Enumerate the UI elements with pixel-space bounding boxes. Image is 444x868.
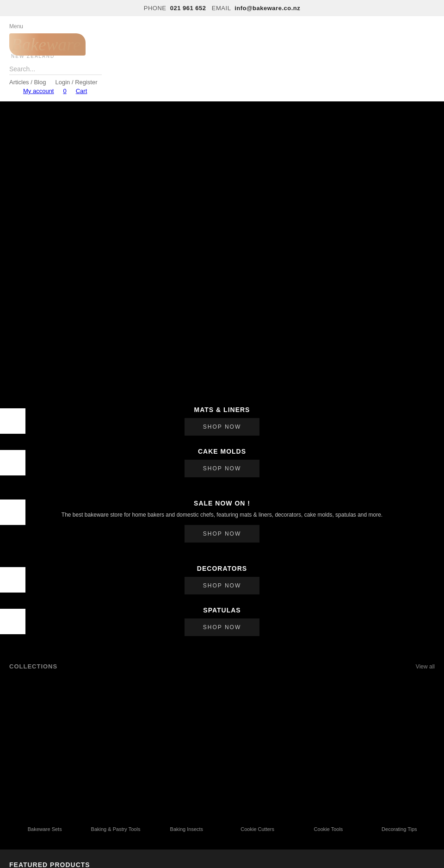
mats-body: MATS & LINERS SHOP NOW [0,406,444,436]
sale-title: SALE NOW ON ! [9,500,435,507]
sale-thumbnail [0,500,25,525]
collection-label-4: Cookie Tools [295,826,361,832]
category-decorators: DECORATORS SHOP NOW [0,561,444,598]
collection-label-0: Bakeware Sets [12,826,78,832]
collections-labels-row: Bakeware Sets Baking & Pastry Tools Baki… [9,818,435,840]
collection-item-5[interactable]: Decorating Tips [364,823,435,836]
collections-header: COLLECTIONS View all [9,663,435,670]
sale-description: The best bakeware store for home bakers … [60,512,384,518]
featured-section: FEATURED PRODUCTS In our store we featur… [0,849,444,868]
nav-cart[interactable]: Cart [76,87,87,94]
nav-cart-count[interactable]: 0 [63,87,66,94]
logo[interactable]: Bakeware [9,33,86,56]
featured-title: FEATURED PRODUCTS [9,861,435,868]
phone-label: PHONE [144,5,166,12]
categories-section: MATS & LINERS SHOP NOW CAKE MOLDS SHOP N… [0,388,444,654]
spatulas-shop-now-button[interactable]: SHOP NOW [185,618,259,636]
spatulas-title: SPATULAS [0,606,444,614]
collections-images [9,674,435,813]
phone-number: 021 961 652 [170,5,206,12]
category-spatulas: SPATULAS SHOP NOW [0,603,444,640]
collection-item-4[interactable]: Cookie Tools [293,823,364,836]
header: Menu Bakeware NEW ZEALAND Search... Arti… [0,16,444,101]
collection-label-5: Decorating Tips [366,826,432,832]
cake-molds-body: CAKE MOLDS SHOP NOW [0,448,444,477]
nav-my-account[interactable]: My account [23,87,54,94]
menu-label[interactable]: Menu [9,23,435,30]
mats-thumbnail [0,408,25,434]
cake-molds-shop-now-button[interactable]: SHOP NOW [185,460,259,477]
logo-text: Bakeware [11,34,81,55]
collection-item-3[interactable]: Cookie Cutters [222,823,293,836]
mats-shop-now-button[interactable]: SHOP NOW [185,418,259,436]
collections-section: COLLECTIONS View all Bakeware Sets Bakin… [0,654,444,849]
search-bar[interactable]: Search... [9,63,102,75]
mats-title: MATS & LINERS [0,406,444,413]
collection-label-1: Baking & Pastry Tools [82,826,148,832]
cake-molds-title: CAKE MOLDS [0,448,444,455]
nav-login[interactable]: Login / Register [55,79,97,86]
collection-item-2[interactable]: Baking Insects [151,823,222,836]
decorators-body: DECORATORS SHOP NOW [0,565,444,594]
sale-section: SALE NOW ON ! The best bakeware store fo… [0,486,444,556]
decorators-thumbnail [0,567,25,593]
spatulas-body: SPATULAS SHOP NOW [0,606,444,636]
logo-area: Bakeware NEW ZEALAND [9,33,435,59]
search-placeholder: Search... [9,65,35,73]
view-all-link[interactable]: View all [416,663,435,670]
spatulas-thumbnail [0,609,25,634]
cake-molds-thumbnail [0,450,25,475]
decorators-title: DECORATORS [0,565,444,572]
collections-title: COLLECTIONS [9,663,57,670]
category-cake-molds: CAKE MOLDS SHOP NOW [0,444,444,481]
category-mats: MATS & LINERS SHOP NOW [0,402,444,439]
nav-articles[interactable]: Articles / Blog [9,79,46,86]
header-nav: Articles / Blog Login / Register [9,79,435,86]
hero-section [0,101,444,388]
email-address: info@bakeware.co.nz [234,5,300,12]
collection-item-1[interactable]: Baking & Pastry Tools [80,823,151,836]
decorators-shop-now-button[interactable]: SHOP NOW [185,577,259,594]
collection-label-3: Cookie Cutters [224,826,290,832]
collection-item-0[interactable]: Bakeware Sets [9,823,80,836]
header-bottom-row: My account 0 Cart [23,87,435,94]
collection-label-2: Baking Insects [154,826,220,832]
sale-shop-now-button[interactable]: SHOP NOW [185,525,259,543]
top-bar: PHONE 021 961 652 EMAIL info@bakeware.co… [0,0,444,16]
email-label: EMAIL [212,5,231,12]
